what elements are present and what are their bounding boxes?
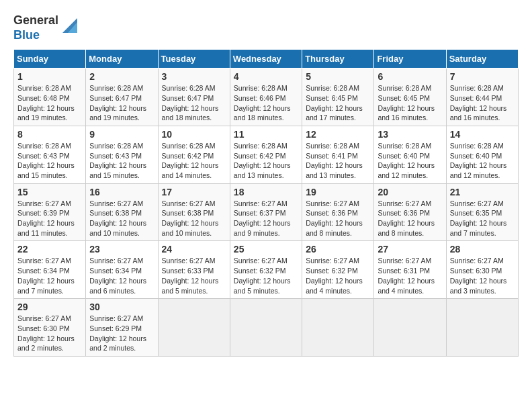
day-number: 26 (306, 244, 370, 255)
calendar-cell: 26 Sunrise: 6:27 AMSunset: 6:32 PMDaylig… (302, 241, 374, 299)
day-info: Sunrise: 6:28 AMSunset: 6:44 PMDaylight:… (450, 83, 515, 123)
calendar-cell: 2 Sunrise: 6:28 AMSunset: 6:47 PMDayligh… (86, 68, 158, 126)
calendar-cell: 3 Sunrise: 6:28 AMSunset: 6:47 PMDayligh… (158, 68, 230, 126)
day-info: Sunrise: 6:27 AMSunset: 6:31 PMDaylight:… (378, 256, 442, 295)
day-number: 3 (162, 71, 226, 82)
calendar-cell: 11 Sunrise: 6:28 AMSunset: 6:42 PMDaylig… (230, 126, 302, 183)
day-info: Sunrise: 6:27 AMSunset: 6:30 PMDaylight:… (17, 314, 82, 353)
day-info: Sunrise: 6:28 AMSunset: 6:45 PMDaylight:… (306, 83, 370, 123)
weekday-header-thursday: Thursday (302, 50, 374, 68)
calendar-cell: 30 Sunrise: 6:27 AMSunset: 6:29 PMDaylig… (86, 299, 158, 357)
calendar-cell: 18 Sunrise: 6:27 AMSunset: 6:37 PMDaylig… (230, 183, 302, 241)
calendar-cell: 15 Sunrise: 6:27 AMSunset: 6:39 PMDaylig… (14, 183, 86, 241)
day-info: Sunrise: 6:28 AMSunset: 6:43 PMDaylight:… (89, 141, 154, 181)
day-number: 12 (306, 129, 370, 140)
calendar-cell: 17 Sunrise: 6:27 AMSunset: 6:38 PMDaylig… (158, 183, 230, 241)
logo-text: General Blue (13, 13, 58, 42)
day-info: Sunrise: 6:28 AMSunset: 6:41 PMDaylight:… (306, 141, 370, 181)
weekday-header-wednesday: Wednesday (230, 50, 302, 68)
day-info: Sunrise: 6:28 AMSunset: 6:48 PMDaylight:… (17, 83, 82, 123)
calendar-cell: 23 Sunrise: 6:27 AMSunset: 6:34 PMDaylig… (86, 241, 158, 299)
calendar-table: SundayMondayTuesdayWednesdayThursdayFrid… (13, 49, 519, 357)
day-number: 27 (378, 244, 442, 255)
calendar-cell: 22 Sunrise: 6:27 AMSunset: 6:34 PMDaylig… (14, 241, 86, 299)
calendar-cell: 8 Sunrise: 6:28 AMSunset: 6:43 PMDayligh… (14, 126, 86, 183)
day-number: 4 (234, 71, 298, 82)
calendar-cell (230, 299, 302, 357)
weekday-header-tuesday: Tuesday (158, 50, 230, 68)
day-number: 14 (450, 129, 515, 140)
day-number: 21 (450, 187, 515, 197)
calendar-cell: 13 Sunrise: 6:28 AMSunset: 6:40 PMDaylig… (374, 126, 446, 183)
day-number: 23 (89, 244, 154, 255)
calendar-cell (158, 299, 230, 357)
day-info: Sunrise: 6:27 AMSunset: 6:34 PMDaylight:… (89, 256, 154, 295)
calendar-cell: 7 Sunrise: 6:28 AMSunset: 6:44 PMDayligh… (446, 68, 518, 126)
logo-icon (62, 18, 77, 33)
day-info: Sunrise: 6:27 AMSunset: 6:36 PMDaylight:… (378, 199, 442, 238)
day-number: 19 (306, 187, 370, 197)
day-number: 22 (17, 244, 82, 255)
day-info: Sunrise: 6:28 AMSunset: 6:45 PMDaylight:… (378, 83, 442, 123)
calendar-cell (446, 299, 518, 357)
day-info: Sunrise: 6:28 AMSunset: 6:42 PMDaylight:… (234, 141, 298, 181)
day-number: 10 (162, 129, 226, 140)
weekday-header-sunday: Sunday (14, 50, 86, 68)
day-number: 5 (306, 71, 370, 82)
calendar-week-1: 8 Sunrise: 6:28 AMSunset: 6:43 PMDayligh… (14, 126, 519, 183)
calendar-cell: 12 Sunrise: 6:28 AMSunset: 6:41 PMDaylig… (302, 126, 374, 183)
day-info: Sunrise: 6:28 AMSunset: 6:43 PMDaylight:… (17, 141, 82, 181)
day-number: 11 (234, 129, 298, 140)
weekday-header-saturday: Saturday (446, 50, 518, 68)
calendar-cell (302, 299, 374, 357)
calendar-cell: 28 Sunrise: 6:27 AMSunset: 6:30 PMDaylig… (446, 241, 518, 299)
day-number: 1 (17, 71, 82, 82)
calendar-week-2: 15 Sunrise: 6:27 AMSunset: 6:39 PMDaylig… (14, 183, 519, 241)
calendar-cell: 10 Sunrise: 6:28 AMSunset: 6:42 PMDaylig… (158, 126, 230, 183)
day-info: Sunrise: 6:27 AMSunset: 6:35 PMDaylight:… (450, 199, 515, 238)
day-number: 13 (378, 129, 442, 140)
day-number: 25 (234, 244, 298, 255)
calendar-cell: 21 Sunrise: 6:27 AMSunset: 6:35 PMDaylig… (446, 183, 518, 241)
logo: General Blue (13, 13, 77, 42)
day-number: 7 (450, 71, 515, 82)
day-info: Sunrise: 6:27 AMSunset: 6:33 PMDaylight:… (162, 256, 226, 295)
day-info: Sunrise: 6:28 AMSunset: 6:42 PMDaylight:… (162, 141, 226, 181)
calendar-cell: 4 Sunrise: 6:28 AMSunset: 6:46 PMDayligh… (230, 68, 302, 126)
calendar-cell: 14 Sunrise: 6:28 AMSunset: 6:40 PMDaylig… (446, 126, 518, 183)
day-info: Sunrise: 6:27 AMSunset: 6:34 PMDaylight:… (17, 256, 82, 295)
calendar-cell: 20 Sunrise: 6:27 AMSunset: 6:36 PMDaylig… (374, 183, 446, 241)
day-number: 6 (378, 71, 442, 82)
day-info: Sunrise: 6:28 AMSunset: 6:47 PMDaylight:… (89, 83, 154, 123)
day-info: Sunrise: 6:27 AMSunset: 6:36 PMDaylight:… (306, 199, 370, 238)
calendar-cell: 16 Sunrise: 6:27 AMSunset: 6:38 PMDaylig… (86, 183, 158, 241)
day-number: 8 (17, 129, 82, 140)
day-info: Sunrise: 6:27 AMSunset: 6:38 PMDaylight:… (89, 199, 154, 238)
weekday-header-friday: Friday (374, 50, 446, 68)
calendar-week-0: 1 Sunrise: 6:28 AMSunset: 6:48 PMDayligh… (14, 68, 519, 126)
day-number: 24 (162, 244, 226, 255)
day-info: Sunrise: 6:27 AMSunset: 6:30 PMDaylight:… (450, 256, 515, 295)
day-number: 29 (17, 302, 82, 312)
day-number: 17 (162, 187, 226, 197)
calendar-cell: 29 Sunrise: 6:27 AMSunset: 6:30 PMDaylig… (14, 299, 86, 357)
day-number: 18 (234, 187, 298, 197)
calendar-cell: 5 Sunrise: 6:28 AMSunset: 6:45 PMDayligh… (302, 68, 374, 126)
calendar-cell: 1 Sunrise: 6:28 AMSunset: 6:48 PMDayligh… (14, 68, 86, 126)
day-number: 28 (450, 244, 515, 255)
day-info: Sunrise: 6:27 AMSunset: 6:38 PMDaylight:… (162, 199, 226, 238)
day-info: Sunrise: 6:27 AMSunset: 6:37 PMDaylight:… (234, 199, 298, 238)
calendar-cell: 27 Sunrise: 6:27 AMSunset: 6:31 PMDaylig… (374, 241, 446, 299)
calendar-cell: 9 Sunrise: 6:28 AMSunset: 6:43 PMDayligh… (86, 126, 158, 183)
calendar-cell: 25 Sunrise: 6:27 AMSunset: 6:32 PMDaylig… (230, 241, 302, 299)
calendar-cell: 24 Sunrise: 6:27 AMSunset: 6:33 PMDaylig… (158, 241, 230, 299)
day-number: 20 (378, 187, 442, 197)
page-header: General Blue (13, 13, 519, 42)
day-info: Sunrise: 6:28 AMSunset: 6:46 PMDaylight:… (234, 83, 298, 123)
day-number: 16 (89, 187, 154, 197)
day-info: Sunrise: 6:27 AMSunset: 6:32 PMDaylight:… (234, 256, 298, 295)
day-info: Sunrise: 6:28 AMSunset: 6:40 PMDaylight:… (450, 141, 515, 181)
calendar-cell: 19 Sunrise: 6:27 AMSunset: 6:36 PMDaylig… (302, 183, 374, 241)
day-info: Sunrise: 6:27 AMSunset: 6:29 PMDaylight:… (89, 314, 154, 353)
day-number: 30 (89, 302, 154, 312)
